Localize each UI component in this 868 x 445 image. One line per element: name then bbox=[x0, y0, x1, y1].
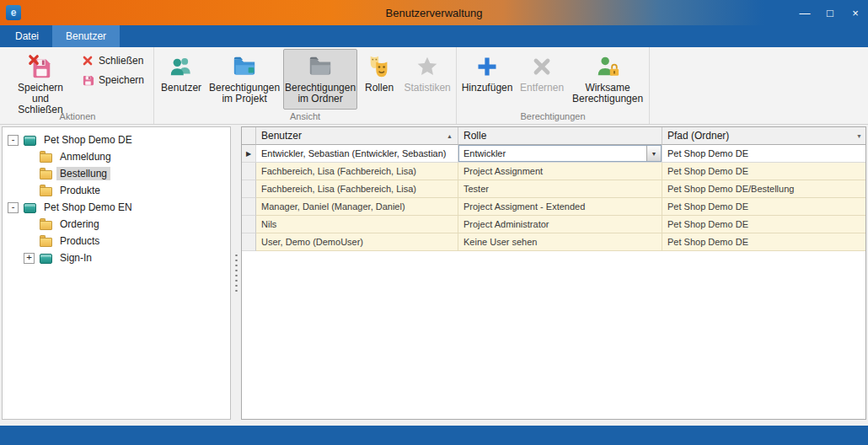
main-area: -Pet Shop Demo DEAnmeldungBestellungProd… bbox=[0, 125, 868, 420]
tree-item-label: Bestellung bbox=[56, 167, 110, 180]
tree-item-pet-shop-demo-en[interactable]: -Pet Shop Demo EN bbox=[6, 199, 230, 216]
group-label-berechtigungen: Berechtigungen bbox=[459, 110, 646, 124]
masks-icon bbox=[366, 53, 393, 80]
collapse-icon[interactable]: - bbox=[8, 202, 19, 213]
minimize-button[interactable]: — bbox=[792, 0, 817, 25]
cell-rolle[interactable]: Tester bbox=[458, 180, 662, 198]
button-label: Hinzufügen bbox=[462, 83, 513, 94]
folder-icon bbox=[39, 168, 53, 180]
table-row[interactable]: ▶Entwickler, Sebastian (Entwickler, Seba… bbox=[242, 145, 865, 163]
cell-benutzer[interactable]: Nils bbox=[256, 216, 458, 233]
cell-rolle[interactable]: Project Assigment - Extended bbox=[458, 198, 662, 216]
aktionen-small-buttons: Schließen Speichern bbox=[78, 49, 151, 88]
ribbon-group-aktionen: Speichern und Schließen Schließen bbox=[2, 47, 154, 124]
ribbon-group-ansicht: Benutzer Berechtigungen im Projekt bbox=[154, 47, 457, 124]
grid-header: Benutzer ▲ Rolle Pfad (Ordner) ▼ bbox=[242, 127, 865, 145]
tab-datei[interactable]: Datei bbox=[2, 25, 52, 47]
cell-pfad[interactable]: Pet Shop Demo DE bbox=[662, 216, 865, 233]
cell-rolle[interactable]: Keine User sehen bbox=[458, 233, 662, 251]
table-row[interactable]: NilsProject AdministratorPet Shop Demo D… bbox=[242, 216, 865, 233]
cell-benutzer[interactable]: User, Demo (DemoUser) bbox=[256, 233, 458, 251]
statistiken-button[interactable]: Statistiken bbox=[401, 49, 453, 110]
splitter-handle[interactable] bbox=[231, 125, 241, 420]
combo-dropdown-button[interactable]: ▼ bbox=[646, 146, 661, 161]
button-label: Rollen bbox=[365, 83, 394, 94]
button-label: Berechtigungen im Projekt bbox=[209, 83, 280, 105]
row-indicator bbox=[242, 180, 256, 198]
column-header-pfad[interactable]: Pfad (Ordner) bbox=[662, 127, 853, 145]
entfernen-button[interactable]: Entfernen bbox=[517, 49, 567, 110]
column-header-label: Pfad (Ordner) bbox=[667, 130, 729, 142]
tree-item-products[interactable]: Products bbox=[6, 233, 230, 249]
tree-item-bestellung[interactable]: Bestellung bbox=[6, 165, 230, 182]
column-header-label: Benutzer bbox=[261, 130, 302, 142]
tree-item-pet-shop-demo-de[interactable]: -Pet Shop Demo DE bbox=[6, 131, 230, 148]
row-indicator: ▶ bbox=[242, 145, 256, 163]
maximize-button[interactable]: □ bbox=[817, 0, 843, 25]
button-label: Entfernen bbox=[520, 83, 564, 94]
rollen-button[interactable]: Rollen bbox=[359, 49, 399, 110]
table-row[interactable]: Fachbereich, Lisa (Fachbereich, Lisa)Pro… bbox=[242, 163, 865, 180]
group-label-ansicht: Ansicht bbox=[157, 110, 453, 124]
tree-item-sign-in[interactable]: +Sign-In bbox=[6, 249, 230, 266]
table-row[interactable]: User, Demo (DemoUser)Keine User sehenPet… bbox=[242, 233, 865, 251]
app-icon-letter: e bbox=[11, 7, 17, 19]
collapse-icon[interactable]: - bbox=[8, 135, 19, 146]
folder-icon bbox=[39, 151, 53, 164]
cell-pfad[interactable]: Pet Shop Demo DE bbox=[662, 233, 865, 251]
cell-benutzer[interactable]: Manager, Daniel (Manager, Daniel) bbox=[256, 198, 458, 216]
close-button[interactable]: × bbox=[843, 0, 868, 25]
cell-pfad[interactable]: Pet Shop Demo DE bbox=[662, 163, 865, 180]
tree-item-produkte[interactable]: Produkte bbox=[6, 182, 230, 199]
expand-icon[interactable]: + bbox=[24, 253, 35, 264]
berechtigungen-im-ordner-button[interactable]: Berechtigungen im Ordner bbox=[283, 49, 357, 110]
tree-item-anmeldung[interactable]: Anmeldung bbox=[6, 148, 230, 165]
cell-pfad[interactable]: Pet Shop Demo DE bbox=[662, 145, 865, 163]
status-bar bbox=[0, 426, 868, 445]
schliessen-button[interactable]: Schließen bbox=[78, 52, 151, 69]
wirksame-berechtigungen-button[interactable]: Wirksame Berechtigungen bbox=[569, 49, 646, 110]
speichern-und-schliessen-button[interactable]: Speichern und Schließen bbox=[4, 49, 77, 110]
ribbon-tab-row: Datei Benutzer bbox=[0, 25, 868, 47]
cell-pfad[interactable]: Pet Shop Demo DE bbox=[662, 198, 865, 216]
window-title: Benutzerverwaltung bbox=[0, 7, 868, 19]
close-red-icon bbox=[81, 54, 94, 67]
plus-icon bbox=[474, 53, 501, 80]
hinzufuegen-button[interactable]: Hinzufügen bbox=[459, 49, 515, 110]
cell-benutzer[interactable]: Fachbereich, Lisa (Fachbereich, Lisa) bbox=[256, 163, 458, 180]
cell-pfad[interactable]: Pet Shop Demo DE/Bestellung bbox=[662, 180, 865, 198]
app-icon[interactable]: e bbox=[6, 5, 21, 20]
button-label: Berechtigungen im Ordner bbox=[285, 83, 356, 105]
button-label: Benutzer bbox=[161, 83, 201, 94]
cell-rolle[interactable]: Project Assignment bbox=[458, 163, 662, 180]
ribbon-filler bbox=[650, 47, 868, 124]
column-header-rolle[interactable]: Rolle bbox=[458, 127, 662, 145]
button-label: Schließen bbox=[99, 55, 143, 67]
speichern-button[interactable]: Speichern bbox=[78, 72, 151, 88]
remove-x-icon bbox=[528, 53, 555, 80]
cell-benutzer[interactable]: Fachbereich, Lisa (Fachbereich, Lisa) bbox=[256, 180, 458, 198]
cell-benutzer[interactable]: Entwickler, Sebastian (Entwickler, Sebas… bbox=[256, 145, 458, 163]
benutzer-button[interactable]: Benutzer bbox=[157, 49, 206, 110]
tab-benutzer[interactable]: Benutzer bbox=[52, 25, 120, 47]
star-icon bbox=[414, 53, 441, 80]
ribbon: Speichern und Schließen Schließen bbox=[0, 47, 868, 125]
header-dropdown-icon[interactable]: ▼ bbox=[853, 127, 865, 145]
table-row[interactable]: Manager, Daniel (Manager, Daniel)Project… bbox=[242, 198, 865, 216]
folder-project-icon bbox=[231, 53, 258, 80]
cell-rolle[interactable]: Entwickler▼ bbox=[458, 145, 662, 163]
folder-gray-icon bbox=[307, 53, 334, 80]
sort-asc-icon: ▲ bbox=[443, 133, 453, 139]
expander-spacer bbox=[24, 169, 35, 180]
column-header-benutzer[interactable]: Benutzer ▲ bbox=[256, 127, 458, 145]
project-icon bbox=[23, 134, 37, 147]
group-label-aktionen: Aktionen bbox=[4, 110, 151, 124]
table-row[interactable]: Fachbereich, Lisa (Fachbereich, Lisa)Tes… bbox=[242, 180, 865, 198]
tree-item-ordering[interactable]: Ordering bbox=[6, 216, 230, 233]
rolle-combobox[interactable]: Entwickler▼ bbox=[458, 145, 662, 162]
tree-item-label: Produkte bbox=[56, 184, 104, 197]
berechtigungen-im-projekt-button[interactable]: Berechtigungen im Projekt bbox=[207, 49, 281, 110]
ribbon-group-berechtigungen: Hinzufügen Entfernen bbox=[457, 47, 650, 124]
row-indicator bbox=[242, 216, 256, 233]
cell-rolle[interactable]: Project Administrator bbox=[458, 216, 662, 233]
